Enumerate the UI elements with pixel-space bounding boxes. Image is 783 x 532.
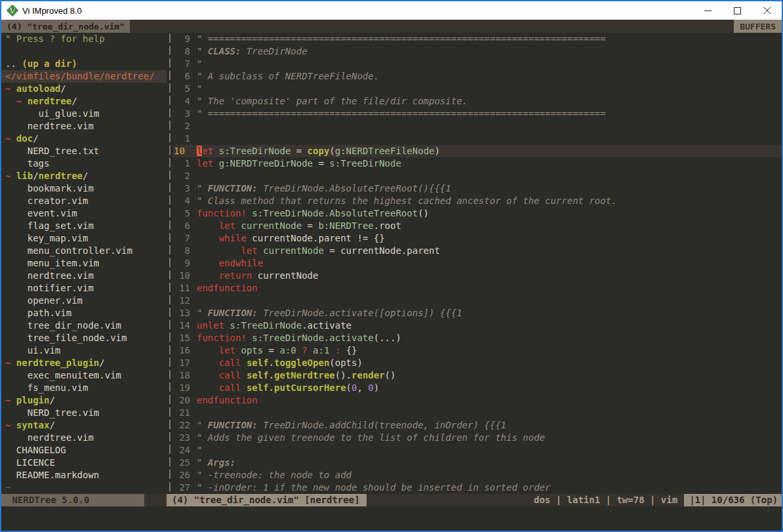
code-line[interactable]: 26" -treenode: the node to add xyxy=(173,469,782,481)
tree-item[interactable]: path.vim xyxy=(5,307,167,319)
tree-item[interactable]: ~ plugin/ xyxy=(5,394,167,407)
tree-item[interactable]: tree_file_node.vim xyxy=(5,332,167,344)
tree-item[interactable]: flag_set.vim xyxy=(5,220,167,232)
txt-token xyxy=(197,358,219,368)
tree-item[interactable]: ui_glue.vim xyxy=(5,108,167,120)
code-line[interactable]: 16 let opts = a:0 ? a:1 : {} xyxy=(173,344,782,357)
tab-tree-dir-node[interactable]: (4) "tree_dir_node.vim" xyxy=(1,20,130,33)
fn-token: self.getNerdtree xyxy=(247,370,335,380)
command-line[interactable] xyxy=(1,506,782,531)
cmb-token: FUNCTION: xyxy=(208,420,258,430)
code-line[interactable]: 23" Adds the given treenode to the list … xyxy=(173,432,782,444)
code-line[interactable]: 5function! s:TreeDirNode.AbsoluteTreeRoo… xyxy=(173,207,782,220)
code-line[interactable]: 19 call self.putCursorHere(0, 0) xyxy=(173,382,782,394)
dir-token: nerdtree_plugin xyxy=(16,358,99,368)
code-line-current[interactable]: 10let s:TreeDirNode = copy(g:NERDTreeFil… xyxy=(173,145,782,157)
tree-item[interactable]: .. (up a dir) xyxy=(5,58,167,70)
file-token: / xyxy=(33,171,38,181)
code-line[interactable]: 22" FUNCTION: TreeDirNode.addChild(treen… xyxy=(173,419,782,432)
code-line[interactable]: 1let g:NERDTreeDirNode = s:TreeDirNode xyxy=(173,157,782,170)
tree-item[interactable]: ~ nerdtree_plugin/ xyxy=(5,357,167,369)
code-line[interactable]: 25" Args: xyxy=(173,457,782,469)
tree-item[interactable]: bookmark.vim xyxy=(5,182,167,195)
code-line[interactable]: 13" FUNCTION: TreeDirNode.activate([opti… xyxy=(173,307,782,319)
tree-root-item[interactable]: </vimfiles/bundle/nerdtree/ xyxy=(1,70,167,83)
num-token: 0 xyxy=(368,382,373,393)
tree-item[interactable]: ~ nerdtree/ xyxy=(5,95,167,108)
tree-item[interactable]: exec_menuitem.vim xyxy=(5,369,167,382)
gvim-window: Vi IMproved 8.0 (4) "tree_dir_node.vim" … xyxy=(0,0,783,532)
code-line[interactable]: 8" CLASS: TreeDirNode xyxy=(173,45,782,58)
file-token: / xyxy=(60,83,66,94)
close-button[interactable] xyxy=(752,1,782,20)
tree-item[interactable]: README.markdown xyxy=(5,469,167,481)
tree-item[interactable]: fs_menu.vim xyxy=(5,382,167,394)
tree-item[interactable]: tags xyxy=(5,157,167,170)
tree-item[interactable]: NERD_tree.txt xyxy=(5,145,167,157)
code-line[interactable]: 5" xyxy=(173,83,782,95)
nerdtree-panel[interactable]: " Press ? for help.. (up a dir)</vimfile… xyxy=(1,33,167,494)
code-line[interactable]: 2 xyxy=(173,120,782,133)
code-line[interactable]: 24" xyxy=(173,444,782,457)
tree-item[interactable]: tree_dir_node.vim xyxy=(5,319,167,332)
minimize-button[interactable] xyxy=(693,1,723,20)
code-line[interactable]: 17 call self.toggleOpen(opts) xyxy=(173,357,782,369)
code-line[interactable]: 14unlet s:TreeDirNode.activate xyxy=(173,319,782,332)
kw-token: endfunction xyxy=(197,395,258,405)
code-line[interactable]: 4" The 'composite' part of the file/dir … xyxy=(173,95,782,108)
tree-item[interactable]: key_map.vim xyxy=(5,232,167,245)
tree-item[interactable]: ~ doc/ xyxy=(5,133,167,145)
tree-item[interactable] xyxy=(5,45,167,58)
tree-item[interactable]: menu_item.vim xyxy=(5,257,167,270)
tree-item[interactable]: NERD_tree.vim xyxy=(5,407,167,419)
tree-item[interactable]: " Press ? for help xyxy=(5,33,167,45)
line-text: function! s:TreeDirNode.activate(...) xyxy=(197,332,401,344)
code-line[interactable]: 6 let currentNode = b:NERDTree.root xyxy=(173,220,782,232)
code-line[interactable]: 11endfunction xyxy=(173,282,782,295)
code-line[interactable]: 3" FUNCTION: TreeDirNode.AbsoluteTreeRoo… xyxy=(173,182,782,195)
code-line[interactable]: 15function! s:TreeDirNode.activate(...) xyxy=(173,332,782,344)
code-line[interactable]: 3" =====================================… xyxy=(173,108,782,120)
tree-item[interactable]: ui.vim xyxy=(5,344,167,357)
code-line[interactable]: 1 xyxy=(173,133,782,145)
code-line[interactable]: 9 endwhile xyxy=(173,257,782,270)
code-line[interactable]: 7" xyxy=(173,58,782,70)
code-line[interactable]: 6" A subclass of NERDTreeFileNode. xyxy=(173,70,782,83)
editor-panel[interactable]: 9" =====================================… xyxy=(173,33,782,494)
line-number: 13 xyxy=(173,307,190,319)
tree-item[interactable]: notifier.vim xyxy=(5,282,167,295)
code-line[interactable]: 12 xyxy=(173,295,782,307)
tree-item[interactable]: event.vim xyxy=(5,207,167,220)
tree-item[interactable]: nerdtree.vim xyxy=(5,432,167,444)
code-line[interactable]: 10 return currentNode xyxy=(173,270,782,282)
code-line[interactable]: 9" =====================================… xyxy=(173,33,782,45)
maximize-button[interactable] xyxy=(723,1,752,20)
tree-item[interactable]: ~ syntax/ xyxy=(5,419,167,432)
code-line[interactable]: 20endfunction xyxy=(173,394,782,407)
line-number: 18 xyxy=(173,369,190,382)
tree-item[interactable]: ~ xyxy=(5,481,167,494)
tree-item[interactable]: creator.vim xyxy=(5,195,167,207)
tree-item[interactable]: menu_controller.vim xyxy=(5,245,167,257)
tree-item[interactable]: nerdtree.vim xyxy=(5,120,167,133)
line-number: 1 xyxy=(173,133,190,145)
code-line[interactable]: 8 let currentNode = currentNode.parent xyxy=(173,245,782,257)
code-line[interactable]: 18 call self.getNerdtree().render() xyxy=(173,369,782,382)
tree-item[interactable]: ~ autoload/ xyxy=(5,83,167,95)
code-line[interactable]: 27" -inOrder: 1 if the new node should b… xyxy=(173,481,782,494)
line-text: " -inOrder: 1 if the new node should be … xyxy=(197,481,550,494)
line-number: 10 xyxy=(173,145,190,157)
tree-item[interactable]: opener.vim xyxy=(5,295,167,307)
tree-item[interactable]: ~ lib/nerdtree/ xyxy=(5,170,167,182)
code-line[interactable]: 7 while currentNode.parent != {} xyxy=(173,232,782,245)
cm-token: " xyxy=(197,308,208,318)
tree-item[interactable]: CHANGELOG xyxy=(5,444,167,457)
window-separator[interactable] xyxy=(167,33,173,494)
tree-item[interactable]: nerdtree.vim xyxy=(5,270,167,282)
code-line[interactable]: 21 xyxy=(173,407,782,419)
line-number: 16 xyxy=(173,344,190,357)
txt-token xyxy=(308,345,313,356)
code-line[interactable]: 2 xyxy=(173,170,782,182)
tree-item[interactable]: LICENCE xyxy=(5,457,167,469)
code-line[interactable]: 4" Class method that returns the highest… xyxy=(173,195,782,207)
